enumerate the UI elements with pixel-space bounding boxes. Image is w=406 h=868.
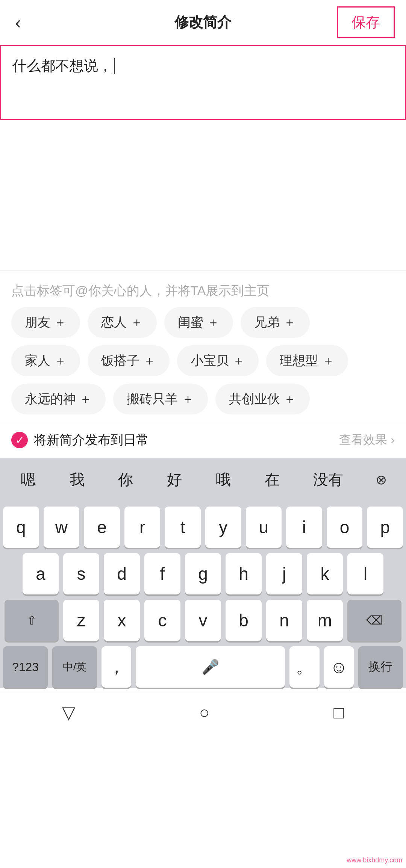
key-l[interactable]: l — [347, 553, 383, 594]
key-p[interactable]: p — [367, 507, 403, 548]
key-j[interactable]: j — [266, 553, 302, 594]
quick-word-3[interactable]: 好 — [159, 466, 189, 494]
key-c[interactable]: c — [144, 600, 180, 641]
text-cursor — [114, 58, 115, 74]
key-k[interactable]: k — [307, 553, 343, 594]
quick-word-4[interactable]: 哦 — [208, 466, 238, 494]
empty-space — [0, 120, 406, 195]
key-row-2: a s d f g h j k l — [3, 553, 403, 594]
key-n[interactable]: n — [266, 600, 302, 641]
key-a[interactable]: a — [23, 553, 59, 594]
tag-bestie[interactable]: 闺蜜 ＋ — [164, 307, 233, 338]
tag-row-2: 家人 ＋ 饭搭子 ＋ 小宝贝 ＋ 理想型 ＋ — [8, 345, 398, 376]
save-button[interactable]: 保存 — [337, 6, 395, 38]
numbers-key[interactable]: ?123 — [3, 646, 48, 688]
mic-icon: 🎤 — [201, 659, 219, 675]
key-b[interactable]: b — [226, 600, 262, 641]
lang-key[interactable]: 中/英 — [52, 646, 97, 688]
key-i[interactable]: i — [286, 507, 322, 548]
tag-ideal[interactable]: 理想型 ＋ — [266, 345, 348, 376]
tag-lover[interactable]: 恋人 ＋ — [88, 307, 156, 338]
key-r[interactable]: r — [124, 507, 161, 548]
key-v[interactable]: v — [185, 600, 221, 641]
bottom-nav: ▽ ○ □ — [0, 693, 406, 734]
tag-friend[interactable]: 朋友 ＋ — [11, 307, 80, 338]
tag-row-1: 朋友 ＋ 恋人 ＋ 闺蜜 ＋ 兄弟 ＋ — [8, 307, 398, 338]
quick-delete-icon[interactable]: ⊗ — [370, 468, 393, 491]
key-q[interactable]: q — [3, 507, 39, 548]
view-effect-label: 查看效果 › — [339, 432, 395, 448]
period-key[interactable]: 。 — [289, 646, 319, 688]
tag-partner[interactable]: 共创业伙 ＋ — [215, 384, 310, 414]
key-h[interactable]: h — [226, 553, 262, 594]
check-icon: ✓ — [11, 432, 28, 448]
key-d[interactable]: d — [104, 553, 140, 594]
key-t[interactable]: t — [165, 507, 201, 548]
quick-word-1[interactable]: 我 — [62, 466, 92, 494]
return-key[interactable]: 换行 — [358, 646, 403, 688]
space-key[interactable]: 🎤 — [136, 646, 285, 688]
bio-text: 什么都不想说， — [12, 55, 394, 77]
page-title: 修改简介 — [174, 13, 232, 32]
quick-word-6[interactable]: 没有 — [306, 466, 351, 494]
nav-back-icon[interactable]: ▽ — [62, 702, 75, 723]
key-x[interactable]: x — [104, 600, 140, 641]
tag-baby[interactable]: 小宝贝 ＋ — [177, 345, 259, 376]
shift-key[interactable]: ⇧ — [5, 600, 59, 641]
key-s[interactable]: s — [63, 553, 99, 594]
tag-dining[interactable]: 饭搭子 ＋ — [88, 345, 169, 376]
view-effect-button[interactable]: 查看效果 › — [339, 432, 395, 448]
delete-key[interactable]: ⌫ — [347, 600, 401, 641]
key-w[interactable]: w — [44, 507, 80, 548]
tag-family[interactable]: 家人 ＋ — [11, 345, 80, 376]
tag-hint: 点击标签可@你关心的人，并将TA展示到主页 — [0, 271, 406, 307]
key-row-1: q w e r t y u i o p — [3, 507, 403, 548]
emoji-key[interactable]: ☺ — [324, 646, 354, 688]
nav-apps-icon[interactable]: □ — [333, 702, 344, 723]
tag-row-3: 永远的神 ＋ 搬砖只羊 ＋ 共创业伙 ＋ — [8, 384, 398, 414]
key-o[interactable]: o — [327, 507, 363, 548]
key-g[interactable]: g — [185, 553, 221, 594]
quick-bar: 嗯 我 你 好 哦 在 没有 ⊗ — [0, 458, 406, 501]
publish-left[interactable]: ✓ 将新简介发布到日常 — [11, 431, 149, 449]
tag-legend[interactable]: 永远的神 ＋ — [11, 384, 106, 414]
key-row-3: ⇧ z x c v b n m ⌫ — [3, 600, 403, 641]
quick-word-5[interactable]: 在 — [257, 466, 287, 494]
tag-brick[interactable]: 搬砖只羊 ＋ — [113, 384, 208, 414]
key-z[interactable]: z — [63, 600, 99, 641]
header: ‹ 修改简介 保存 — [0, 0, 406, 45]
key-e[interactable]: e — [84, 507, 120, 548]
key-u[interactable]: u — [246, 507, 282, 548]
back-button[interactable]: ‹ — [11, 8, 25, 36]
comma-key[interactable]: ， — [102, 646, 131, 688]
quick-word-0[interactable]: 嗯 — [13, 466, 43, 494]
watermark: www.bixbdmy.com — [347, 856, 402, 864]
key-y[interactable]: y — [205, 507, 241, 548]
nav-home-icon[interactable]: ○ — [199, 702, 210, 723]
key-f[interactable]: f — [144, 553, 180, 594]
tag-brother[interactable]: 兄弟 ＋ — [241, 307, 309, 338]
bio-content: 什么都不想说， — [12, 55, 112, 77]
publish-row: ✓ 将新简介发布到日常 查看效果 › — [0, 422, 406, 458]
tags-container: 朋友 ＋ 恋人 ＋ 闺蜜 ＋ 兄弟 ＋ 家人 ＋ 饭搭子 ＋ 小宝贝 ＋ 理想型… — [0, 307, 406, 414]
bio-input-area[interactable]: 什么都不想说， — [0, 45, 406, 120]
publish-label: 将新简介发布到日常 — [34, 431, 149, 449]
key-row-4: ?123 中/英 ， 🎤 。 ☺ 换行 — [3, 646, 403, 688]
key-m[interactable]: m — [307, 600, 343, 641]
keyboard: q w e r t y u i o p a s d f g h j k l ⇧ … — [0, 501, 406, 688]
quick-word-2[interactable]: 你 — [111, 466, 141, 494]
